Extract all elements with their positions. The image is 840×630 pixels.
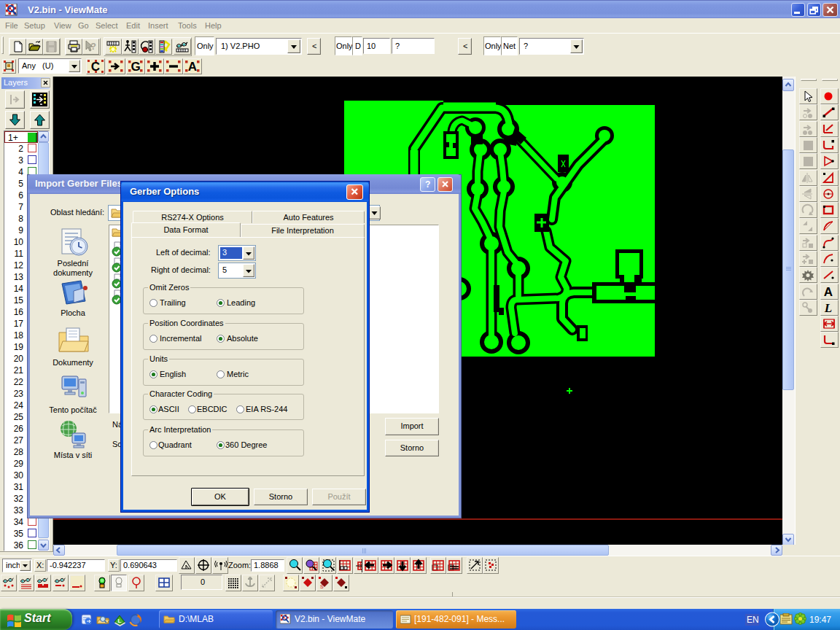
svg-text:A: A xyxy=(188,60,197,74)
svg-text:?: ? xyxy=(90,41,96,52)
svg-text:S: S xyxy=(320,584,324,589)
svg-text:C: C xyxy=(91,60,100,74)
svg-text:A: A xyxy=(824,285,833,299)
svg-text:L: L xyxy=(824,301,832,315)
svg-text:G: G xyxy=(131,60,140,74)
svg-text:L: L xyxy=(118,618,122,624)
